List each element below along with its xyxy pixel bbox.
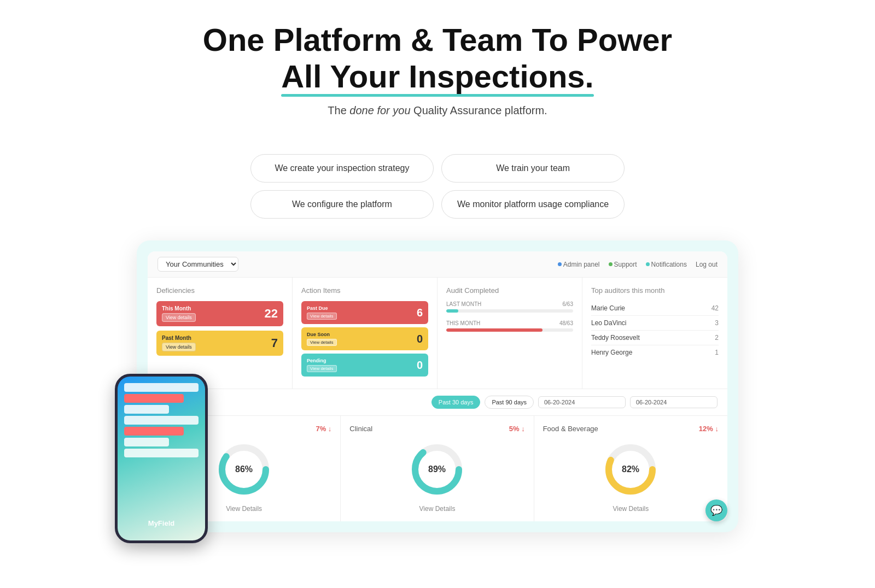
food-beverage-pct: 12% ↓ (699, 425, 719, 433)
communities-select[interactable]: Your Communities (158, 257, 238, 272)
pill-configure-platform: We configure the platform (250, 190, 434, 219)
clinical-view-details[interactable]: View Details (419, 505, 456, 513)
audit-last-month-value: 6/63 (563, 301, 573, 307)
past-due-count: 6 (417, 307, 423, 319)
metric-clinical: Clinical 5% ↓ 89% View Details (341, 416, 534, 521)
this-month-view-details-btn[interactable]: View details (162, 313, 196, 322)
auditors-list: Marie Curie42Leo DaVinci3Teddy Roosevelt… (591, 301, 719, 360)
clinical-chart: 89% (407, 439, 467, 499)
pill-inspection-strategy: We create your inspection strategy (250, 154, 434, 183)
auditor-name: Teddy Roosevelt (591, 334, 640, 342)
notifications-label: Notifications (651, 261, 687, 268)
past-month-count: 7 (271, 336, 278, 350)
this-month-label: This Month (162, 305, 196, 311)
pill-2-text: We train your team (496, 163, 570, 173)
nav-right: Admin panel Support Notifications Log ou… (558, 261, 718, 268)
phone-row-3 (124, 405, 169, 414)
action-due-soon: Due Soon View details 0 (301, 327, 428, 350)
hero-section: One Platform & Team To Power All Your In… (203, 22, 672, 134)
auditor-score: 3 (715, 319, 719, 327)
audit-this-month-bar (446, 328, 573, 332)
nav-logout[interactable]: Log out (696, 261, 718, 268)
period-90-days-btn[interactable]: Past 90 days (485, 396, 534, 409)
deficiencies-this-month: This Month View details 22 (156, 301, 283, 326)
pill-monitor-compliance: We monitor platform usage compliance (441, 190, 625, 219)
top-auditors-card: Top auditors this month Marie Curie42Leo… (582, 278, 727, 389)
dashboard-top-row: Deficiencies This Month View details 22 … (148, 278, 727, 389)
nav-notifications[interactable]: Notifications (646, 261, 687, 268)
nav-support[interactable]: Support (609, 261, 637, 268)
subtitle-italic: done for you (349, 104, 410, 116)
phone-row-7 (124, 449, 199, 457)
audit-last-month-label: LAST MONTH (446, 301, 481, 307)
food-beverage-chart: 82% (600, 439, 661, 499)
auditor-row: Marie Curie42 (591, 301, 719, 316)
nav-left: Your Communities (158, 257, 238, 272)
deficiencies-title: Deficiencies (156, 286, 283, 295)
hero-title-line1: One Platform & Team To Power (203, 22, 672, 57)
auditor-row: Leo DaVinci3 (591, 316, 719, 331)
admin-dot (558, 262, 562, 266)
action-past-due: Past Due View details 6 (301, 301, 428, 324)
metrics-header: Metrics Past 30 days Past 90 days (148, 389, 727, 416)
food-beverage-view-details[interactable]: View Details (612, 505, 649, 513)
audit-last-month-bar (446, 309, 573, 313)
pill-1-text: We create your inspection strategy (275, 163, 409, 173)
hero-subtitle: The done for you Quality Assurance platf… (203, 104, 672, 117)
auditor-score: 42 (711, 304, 719, 312)
subtitle-post: Quality Assurance platform. (413, 104, 547, 116)
date-from-input[interactable] (538, 396, 626, 408)
regulatory-view-details[interactable]: View Details (226, 505, 262, 513)
top-auditors-title: Top auditors this month (591, 286, 719, 295)
regulatory-pct: 7% ↓ (316, 425, 331, 433)
dashboard-navbar: Your Communities Admin panel Support Not… (148, 251, 727, 278)
audit-this-month: THIS MONTH 48/63 (446, 320, 573, 332)
phone-row-5 (124, 427, 184, 436)
pill-3-text: We configure the platform (292, 199, 392, 209)
pending-count: 0 (417, 359, 423, 372)
auditor-row: Teddy Roosevelt2 (591, 331, 719, 345)
support-dot (609, 262, 612, 266)
action-items-card: Action Items Past Due View details 6 Due… (293, 278, 438, 389)
audit-last-month: LAST MONTH 6/63 (446, 301, 573, 313)
phone-brand: MyField (148, 519, 174, 527)
nav-admin[interactable]: Admin panel (558, 261, 600, 268)
auditor-score: 2 (715, 334, 719, 342)
clinical-donut: 89% View Details (349, 439, 524, 513)
dashboard-inner: Your Communities Admin panel Support Not… (148, 251, 727, 521)
dashboard-wrapper: MyField Your Communities Admin panel Sup… (137, 240, 738, 532)
audit-last-month-fill (446, 309, 458, 313)
date-to-input[interactable] (630, 396, 718, 408)
clinical-label: Clinical (349, 425, 372, 433)
audit-title: Audit Completed (446, 286, 573, 295)
phone-screen: MyField (118, 377, 205, 540)
due-soon-btn[interactable]: View details (307, 339, 337, 346)
svg-text:86%: 86% (235, 464, 253, 474)
metric-food-beverage: Food & Beverage 12% ↓ 82% View Details (534, 416, 727, 521)
auditor-name: Marie Curie (591, 304, 625, 312)
metrics-cards-row: Regulatory 7% ↓ 86% View Details Clinica… (148, 416, 727, 521)
hero-title: One Platform & Team To Power All Your In… (203, 22, 672, 95)
phone-row-4 (124, 416, 199, 425)
audit-this-month-fill (446, 328, 542, 332)
svg-text:89%: 89% (428, 464, 446, 474)
audit-this-month-value: 48/63 (559, 320, 573, 326)
due-soon-count: 0 (417, 333, 423, 345)
period-30-days-btn[interactable]: Past 30 days (431, 396, 481, 409)
past-month-view-details-btn[interactable]: View details (162, 343, 196, 351)
audit-this-month-label: THIS MONTH (446, 320, 480, 326)
clinical-pct: 5% ↓ (509, 425, 525, 433)
admin-label: Admin panel (563, 261, 600, 268)
subtitle-pre: The (328, 104, 346, 116)
deficiencies-card: Deficiencies This Month View details 22 … (148, 278, 293, 389)
auditor-name: Henry George (591, 349, 632, 356)
phone-row-2 (124, 394, 184, 403)
pending-btn[interactable]: View details (307, 365, 337, 372)
pill-4-text: We monitor platform usage compliance (457, 199, 609, 209)
chat-icon: 💬 (710, 504, 722, 516)
action-items-title: Action Items (301, 286, 428, 295)
due-soon-label: Due Soon (307, 332, 337, 337)
logout-label: Log out (696, 261, 718, 268)
past-due-btn[interactable]: View details (307, 313, 337, 320)
phone-row-6 (124, 438, 169, 446)
